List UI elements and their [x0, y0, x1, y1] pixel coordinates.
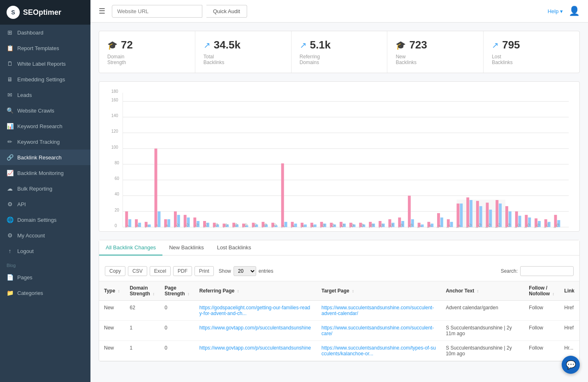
sidebar-item-backlink-research[interactable]: 🔗 Backlink Research	[0, 150, 90, 165]
svg-rect-78	[408, 196, 411, 227]
referring-domains-icon: ↗	[300, 40, 307, 50]
csv-button[interactable]: CSV	[128, 266, 147, 276]
sidebar-item-pages[interactable]: 📄 Pages	[0, 269, 90, 285]
col-target-page[interactable]: Target Page ↕	[317, 281, 441, 301]
sidebar-item-my-account[interactable]: ⚙ My Account	[0, 228, 90, 243]
chat-button[interactable]: 💬	[562, 356, 580, 374]
table-toolbar: Copy CSV Excel PDF Print Show 20 10 50 1…	[99, 261, 579, 281]
sidebar-item-api[interactable]: ⚙ API	[0, 196, 90, 212]
sidebar-item-report-templates[interactable]: 📋 Report Templates	[0, 40, 90, 56]
sidebar-nav: ⊞ Dashboard 📋 Report Templates 🗒 White L…	[0, 25, 90, 301]
excel-button[interactable]: Excel	[150, 266, 171, 276]
svg-rect-52	[281, 163, 284, 227]
sidebar-item-backlink-monitoring[interactable]: 📈 Backlink Monitoring	[0, 165, 90, 181]
domain-strength-value: 72	[121, 39, 133, 51]
lost-backlinks-value: 795	[502, 39, 520, 51]
svg-text:80: 80	[115, 161, 119, 165]
sidebar-item-label: My Account	[17, 232, 45, 239]
sidebar-item-logout[interactable]: ↑ Logout	[0, 243, 90, 259]
cell-link: Href	[559, 301, 579, 321]
my-account-icon: ⚙	[7, 232, 13, 239]
print-button[interactable]: Print	[194, 266, 214, 276]
sidebar-item-label: Bulk Reporting	[17, 186, 52, 192]
sidebar-item-domain-settings[interactable]: 🌐 Domain Settings	[0, 212, 90, 228]
help-button[interactable]: Help ▾	[548, 8, 563, 14]
search-input[interactable]	[520, 266, 574, 276]
sidebar-item-bulk-reporting[interactable]: ☁ Bulk Reporting	[0, 181, 90, 196]
sidebar: S SEOptimer ⊞ Dashboard 📋 Report Templat…	[0, 0, 90, 382]
cell-domain-strength: 1	[125, 321, 160, 341]
col-page-strength[interactable]: PageStrength ↕	[160, 281, 194, 301]
lost-backlinks-label: LostBacklinks	[492, 54, 571, 65]
search-label: Search:	[501, 268, 518, 274]
tab-lost-backlinks[interactable]: Lost Backlinks	[211, 240, 258, 255]
backlink-research-icon: 🔗	[7, 154, 13, 161]
entries-select[interactable]: 20 10 50 100	[234, 266, 256, 276]
sidebar-item-categories[interactable]: 📁 Categories	[0, 285, 90, 301]
sidebar-item-label: Website Crawls	[17, 108, 54, 114]
cell-anchor-text: S Succulentsandsunshine | 2y 11m ago	[441, 321, 524, 341]
tab-all-backlink[interactable]: All Backlink Changes	[99, 240, 162, 255]
cell-page-strength: 0	[160, 341, 194, 361]
referring-page-link[interactable]: https://www.govtapp.com/p/succulentsands…	[199, 345, 311, 351]
col-anchor-text[interactable]: Anchor Text ↕	[441, 281, 524, 301]
table-section: All Backlink Changes New Backlinks Lost …	[99, 240, 580, 361]
quick-audit-button[interactable]: Quick Audit	[206, 5, 247, 18]
show-label: Show	[219, 268, 231, 274]
tab-new-backlinks[interactable]: New Backlinks	[162, 240, 211, 255]
cell-page-strength: 0	[160, 301, 194, 321]
sidebar-item-keyword-research[interactable]: 📊 Keyword Research	[0, 118, 90, 134]
sidebar-item-website-crawls[interactable]: 🔍 Website Crawls	[0, 103, 90, 118]
sidebar-item-label: Dashboard	[17, 30, 44, 36]
cell-type: New	[99, 321, 125, 341]
table-row: New 1 0 https://www.govtapp.com/p/succul…	[99, 321, 579, 341]
cell-referring-page: https://godspacelight.com/getting-our-fa…	[194, 301, 317, 321]
referring-domains-value: 5.1k	[310, 39, 331, 51]
cell-referring-page: https://www.govtapp.com/p/succulentsands…	[194, 321, 317, 341]
total-backlinks-value: 34.5k	[214, 39, 241, 51]
target-page-link[interactable]: https://www.succulentsandsunshine.com/su…	[322, 305, 434, 316]
cell-target-page: https://www.succulentsandsunshine.com/ty…	[317, 341, 441, 361]
svg-text:120: 120	[111, 129, 118, 133]
sidebar-item-label: Backlink Research	[17, 154, 62, 161]
svg-rect-27	[157, 212, 160, 227]
leads-icon: ✉	[7, 92, 13, 98]
sidebar-item-keyword-tracking[interactable]: ✏ Keyword Tracking	[0, 134, 90, 150]
cell-type: New	[99, 341, 125, 361]
col-type[interactable]: Type ↕	[99, 281, 125, 301]
logo[interactable]: S SEOptimer	[0, 0, 90, 25]
svg-text:140: 140	[111, 113, 118, 118]
target-page-link[interactable]: https://www.succulentsandsunshine.com/ty…	[322, 345, 436, 357]
sidebar-item-white-label[interactable]: 🗒 White Label Reports	[0, 56, 90, 71]
svg-rect-26	[155, 149, 157, 227]
url-input[interactable]	[112, 5, 202, 18]
stat-top: 🎓 72	[107, 39, 187, 51]
svg-text:60: 60	[115, 176, 119, 181]
target-page-link[interactable]: https://www.succulentsandsunshine.com/su…	[322, 325, 434, 336]
hamburger-icon[interactable]: ☰	[99, 7, 105, 16]
col-link[interactable]: Link	[559, 281, 579, 301]
col-domain-strength[interactable]: DomainStrength ↕	[125, 281, 160, 301]
logout-icon: ↑	[7, 248, 13, 254]
sidebar-item-leads[interactable]: ✉ Leads	[0, 87, 90, 103]
sidebar-item-label: Report Templates	[17, 45, 59, 51]
col-follow[interactable]: Follow /Nofollow ↕	[524, 281, 559, 301]
referring-domains-label: ReferringDomains	[300, 54, 379, 65]
white-label-icon: 🗒	[7, 60, 13, 67]
sidebar-item-embedding[interactable]: 🖥 Embedding Settings	[0, 71, 90, 87]
sidebar-item-label: Domain Settings	[17, 217, 56, 223]
backlink-chart: 0 20 40 60 80 100 120 140 160 180	[106, 88, 573, 228]
referring-page-link[interactable]: https://www.govtapp.com/p/succulentsands…	[199, 325, 311, 331]
sidebar-item-dashboard[interactable]: ⊞ Dashboard	[0, 25, 90, 40]
user-avatar-icon[interactable]: 👤	[569, 6, 580, 16]
cell-anchor-text: Advent calendar/garden	[441, 301, 524, 321]
col-referring-page[interactable]: Referring Page ↕	[194, 281, 317, 301]
blog-section-label: Blog	[0, 259, 90, 269]
cell-type: New	[99, 301, 125, 321]
new-backlinks-label: NewBacklinks	[396, 54, 475, 65]
pdf-button[interactable]: PDF	[173, 266, 192, 276]
referring-page-link[interactable]: https://godspacelight.com/getting-our-fa…	[199, 305, 310, 316]
copy-button[interactable]: Copy	[105, 266, 125, 276]
cell-anchor-text: S Succulentsandsunshine | 2y 10m ago	[441, 341, 524, 361]
svg-text:20: 20	[115, 207, 119, 212]
